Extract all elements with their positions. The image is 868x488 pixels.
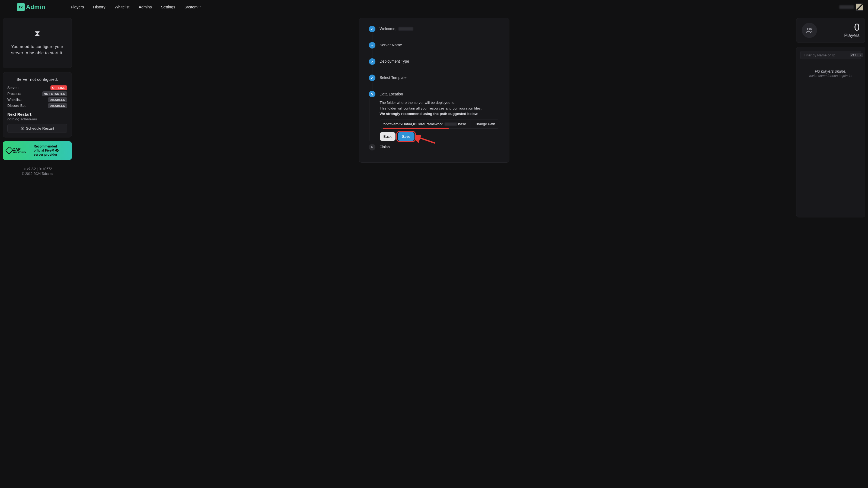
nav-user[interactable] xyxy=(839,3,863,10)
status-badge: DISABLED xyxy=(48,103,67,108)
configure-notice-card: ⧗ You need to configure your server to b… xyxy=(3,18,72,68)
shield-icon xyxy=(5,147,13,155)
brand-name: Admin xyxy=(26,3,45,10)
top-nav: tx Admin Players History Whitelist Admin… xyxy=(0,0,868,14)
status-row-whitelist: Whitelist: DISABLED xyxy=(7,97,67,102)
status-badge: NOT STARTED xyxy=(42,91,67,96)
no-players-message: No players online. Invite some friends t… xyxy=(800,69,861,78)
change-path-button[interactable]: Change Path xyxy=(471,120,499,129)
player-filter-input[interactable] xyxy=(803,53,850,58)
verified-icon xyxy=(55,149,59,152)
server-status-card: Server not configured. Server: OFFLINE P… xyxy=(3,72,72,137)
nav-system-label: System xyxy=(184,5,197,9)
step-deployment-type: Deployment Type xyxy=(369,58,499,74)
nav-admins[interactable]: Admins xyxy=(137,3,153,11)
players-count-card: 0 Players xyxy=(796,18,865,43)
nav-links: Players History Whitelist Admins Setting… xyxy=(70,3,203,11)
version-footer: tx: v7.2.2 | fx: b9572 © 2019-2024 Tabar… xyxy=(3,166,72,176)
users-icon xyxy=(802,23,817,38)
status-row-process: Process: NOT STARTED xyxy=(7,91,67,96)
online-players-panel: ctrl+k No players online. Invite some fr… xyxy=(796,46,865,218)
svg-line-4 xyxy=(418,137,435,143)
schedule-restart-label: Schedule Restart xyxy=(26,126,54,130)
player-filter[interactable]: ctrl+k xyxy=(800,51,861,59)
nav-settings[interactable]: Settings xyxy=(160,3,176,11)
svg-point-6 xyxy=(810,28,812,30)
nav-history[interactable]: History xyxy=(92,3,106,11)
brand-mark: tx xyxy=(17,3,25,11)
players-count-label: Players xyxy=(844,33,860,38)
chevron-down-icon xyxy=(198,6,201,8)
status-label: Process: xyxy=(7,92,21,96)
step-dot-done xyxy=(369,74,375,81)
step-label: Server Name xyxy=(380,42,402,47)
step-server-name: Server Name xyxy=(369,42,499,58)
status-badge: DISABLED xyxy=(48,97,67,102)
configure-notice-text: You need to configure your server to be … xyxy=(9,43,66,56)
username-redacted xyxy=(399,27,413,31)
server-status-title: Server not configured. xyxy=(7,77,67,82)
step-dot-done xyxy=(369,42,375,48)
path-redacted xyxy=(444,123,457,126)
step-label: Data Location xyxy=(380,92,499,96)
step-label: Deployment Type xyxy=(380,58,409,63)
status-row-server: Server: OFFLINE xyxy=(7,86,67,90)
check-icon xyxy=(371,60,373,63)
nav-players[interactable]: Players xyxy=(70,3,85,11)
data-path-row: /opt/fivem/txData/QBCoreFramework_.base … xyxy=(380,120,499,129)
zap-hosting-banner[interactable]: ZAP HOSTING Recommended official FiveM s… xyxy=(3,141,72,160)
svg-point-5 xyxy=(807,28,809,30)
status-row-discord: Discord Bot: DISABLED xyxy=(7,103,67,108)
annotation-underline xyxy=(383,128,449,129)
step-label: Finish xyxy=(380,144,390,149)
schedule-restart-button[interactable]: Schedule Restart xyxy=(7,124,67,133)
players-count-value: 0 xyxy=(844,23,860,32)
step-data-location: 5 Data Location The folder where the ser… xyxy=(369,91,499,142)
avatar xyxy=(856,3,863,10)
step-dot-active: 5 xyxy=(369,91,375,97)
brand-logo[interactable]: tx Admin xyxy=(17,3,45,11)
hourglass-icon: ⧗ xyxy=(9,29,66,38)
step-dot-pending: 6 xyxy=(369,144,375,151)
status-label: Whitelist: xyxy=(7,98,22,102)
status-label: Server: xyxy=(7,86,19,90)
step-welcome-label: Welcome, xyxy=(380,27,397,31)
status-badge-offline: OFFLINE xyxy=(51,86,67,90)
zap-text: Recommended official FiveM server provid… xyxy=(34,144,59,157)
next-restart-value: nothing scheduled xyxy=(7,117,67,121)
step-select-template: Select Template xyxy=(369,74,499,91)
save-button[interactable]: Save xyxy=(398,132,415,141)
data-location-desc: The folder where the server will be depl… xyxy=(380,100,499,117)
plus-circle-icon xyxy=(21,126,24,130)
check-icon xyxy=(371,76,373,79)
nav-username-redacted xyxy=(839,5,854,9)
status-label: Discord Bot: xyxy=(7,104,27,108)
next-restart-label: Next Restart: xyxy=(7,112,67,117)
step-finish: 6 Finish xyxy=(369,144,499,151)
zap-logo: ZAP HOSTING xyxy=(6,148,31,154)
data-path-input[interactable]: /opt/fivem/txData/QBCoreFramework_.base xyxy=(380,120,471,129)
setup-wizard-card: Welcome, Server Name xyxy=(359,18,509,163)
step-welcome: Welcome, xyxy=(369,26,499,42)
step-dot-done xyxy=(369,26,375,32)
check-icon xyxy=(371,28,373,31)
nav-system[interactable]: System xyxy=(183,3,203,11)
step-dot-done xyxy=(369,58,375,65)
back-button[interactable]: Back xyxy=(380,132,396,141)
step-label: Select Template xyxy=(380,74,407,80)
filter-shortcut: ctrl+k xyxy=(850,53,863,57)
nav-whitelist[interactable]: Whitelist xyxy=(113,3,130,11)
check-icon xyxy=(371,44,373,47)
